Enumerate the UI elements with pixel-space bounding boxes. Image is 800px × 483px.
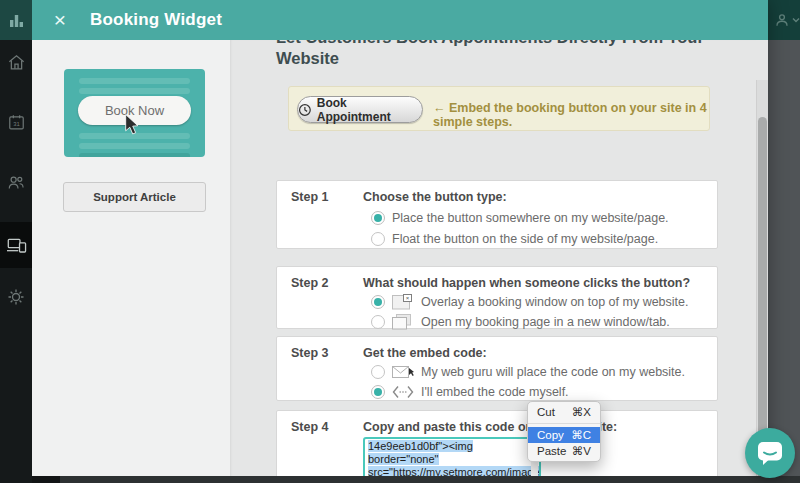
radio-unselected-icon[interactable] xyxy=(371,232,385,246)
cursor-icon xyxy=(124,114,140,135)
page-title-line1: Let Customers Book Appointments Directly… xyxy=(276,40,736,48)
chat-icon xyxy=(757,441,783,466)
radio-selected-icon[interactable] xyxy=(371,295,385,309)
app-logo[interactable] xyxy=(0,0,32,40)
context-menu-item-copy[interactable]: Copy ⌘C xyxy=(528,427,600,443)
embed-code-icon xyxy=(392,384,414,400)
support-article-button[interactable]: Support Article xyxy=(63,182,206,212)
booking-widget-modal: Book Now Support Article Let Customers B… xyxy=(32,0,768,483)
book-appointment-sample-button[interactable]: Book Appointment xyxy=(297,96,423,123)
modal-title: Booking Widget xyxy=(90,10,222,30)
overlay-window-icon: × xyxy=(392,294,412,310)
menu-separator xyxy=(528,423,600,424)
booking-button-preview-card: Book Now xyxy=(64,69,205,157)
radio-unselected-icon[interactable] xyxy=(371,315,385,329)
context-menu-item-paste[interactable]: Paste ⌘V xyxy=(528,443,600,459)
bottom-edge-strip xyxy=(32,476,800,483)
modal-scrollbar[interactable] xyxy=(756,80,768,483)
sidebar-item-customers[interactable] xyxy=(0,165,32,199)
devices-icon xyxy=(6,236,27,255)
skeleton-bar xyxy=(79,143,190,149)
close-icon[interactable]: × xyxy=(50,10,70,30)
option-new-window[interactable]: Open my booking page in a new window/tab… xyxy=(371,314,717,330)
step-2-question: What should happen when someone clicks t… xyxy=(363,276,717,290)
clock-icon xyxy=(298,103,312,117)
modal-content: Let Customers Book Appointments Directly… xyxy=(230,40,756,483)
page-title: Let Customers Book Appointments Directly… xyxy=(276,40,736,69)
option-place-button[interactable]: Place the button somewhere on my website… xyxy=(371,211,717,225)
bottom-edge-dark-segment xyxy=(32,476,60,483)
user-icon[interactable] xyxy=(774,12,790,28)
step-3-card: Step 3 Get the embed code: xyxy=(276,336,718,401)
sidebar-item-home[interactable] xyxy=(0,45,32,79)
menu-item-label: Paste xyxy=(537,445,566,457)
skeleton-bar xyxy=(79,153,190,157)
option-embed-myself[interactable]: I'll embed the code myself. xyxy=(371,384,717,400)
sidebar-item-calendar[interactable]: 31 xyxy=(0,105,32,139)
option-web-guru[interactable]: My web guru will place the code on my we… xyxy=(371,364,717,380)
embed-hint-text: ← Embed the booking button on your site … xyxy=(433,101,709,129)
sidebar-item-settings[interactable] xyxy=(0,280,32,314)
app-topbar xyxy=(768,0,800,40)
skeleton-bar xyxy=(79,78,190,84)
step-1-card: Step 1 Choose the button type: Place the… xyxy=(276,180,718,249)
skeleton-bar xyxy=(79,88,190,94)
context-menu-item-cut[interactable]: Cut ⌘X xyxy=(528,404,600,420)
option-label: I'll embed the code myself. xyxy=(421,385,569,399)
context-menu: Cut ⌘X Copy ⌘C Paste ⌘V xyxy=(527,401,601,462)
option-float-button[interactable]: Float the button on the side of my websi… xyxy=(371,232,717,246)
step-2-card: Step 2 What should happen when someone c… xyxy=(276,266,718,329)
option-label: My web guru will place the code on my we… xyxy=(421,365,685,379)
screen: 31 xyxy=(0,0,800,483)
radio-selected-icon[interactable] xyxy=(371,211,385,225)
step-1-question: Choose the button type: xyxy=(363,190,717,204)
option-label: Place the button somewhere on my website… xyxy=(392,211,669,225)
option-label: Overlay a booking window on top of my we… xyxy=(421,295,689,309)
step-1-label: Step 1 xyxy=(291,190,363,253)
email-forward-icon xyxy=(392,364,414,380)
menu-item-shortcut: ⌘V xyxy=(572,444,591,458)
customers-icon xyxy=(6,173,26,192)
step-4-card: Step 4 Copy and paste this code on your … xyxy=(276,410,718,483)
chat-launcher-button[interactable] xyxy=(745,428,795,478)
menu-item-label: Copy xyxy=(537,429,564,441)
book-appointment-label: Book Appointment xyxy=(317,96,422,124)
option-label: Float the button on the side of my websi… xyxy=(392,232,658,246)
radio-selected-icon[interactable] xyxy=(371,385,385,399)
chevron-down-icon[interactable] xyxy=(792,17,800,23)
code-line: 14e9eeb1d0bf"><img border="none" xyxy=(368,440,473,465)
svg-text:31: 31 xyxy=(13,121,20,127)
svg-text:×: × xyxy=(406,295,410,301)
page-title-line2: Website xyxy=(276,48,736,69)
modal-header: × Booking Widget xyxy=(32,0,768,40)
new-window-icon xyxy=(392,314,412,330)
option-label: Open my booking page in a new window/tab… xyxy=(421,315,670,329)
calendar-icon: 31 xyxy=(7,113,26,132)
step-2-label: Step 2 xyxy=(291,276,363,337)
support-article-label: Support Article xyxy=(93,191,176,203)
menu-item-shortcut: ⌘C xyxy=(571,428,591,442)
home-icon xyxy=(7,53,26,72)
settings-icon xyxy=(6,287,26,307)
dimmed-app-background xyxy=(768,0,800,483)
menu-item-label: Cut xyxy=(537,406,555,418)
step-3-question: Get the embed code: xyxy=(363,346,717,360)
sidebar-item-devices[interactable] xyxy=(0,222,32,268)
app-logo-icon xyxy=(8,12,25,29)
app-sidebar: 31 xyxy=(0,0,32,483)
step-3-label: Step 3 xyxy=(291,346,363,407)
step-4-label: Step 4 xyxy=(291,420,363,483)
modal-left-panel: Book Now Support Article xyxy=(32,40,230,483)
menu-item-shortcut: ⌘X xyxy=(572,405,591,419)
option-overlay-window[interactable]: × Overlay a booking window on top of my … xyxy=(371,294,717,310)
radio-unselected-icon[interactable] xyxy=(371,365,385,379)
embed-hint-banner: Book Appointment ← Embed the booking but… xyxy=(288,86,710,131)
